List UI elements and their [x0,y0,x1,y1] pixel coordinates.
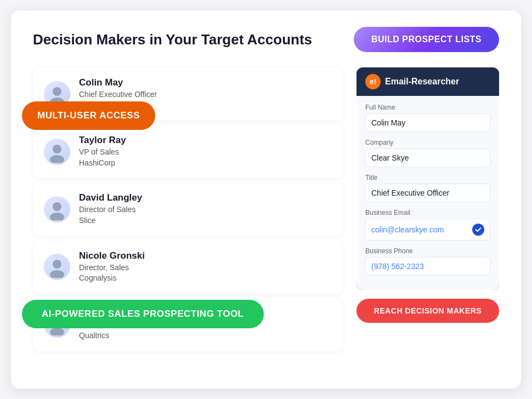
header-row: Decision Makers in Your Target Accounts … [33,27,499,52]
build-prospect-button[interactable]: BUILD PROSPECT LISTS [354,27,499,52]
svg-point-7 [50,270,64,278]
left-panel: MULTI-USER ACCESS Colin May Chief Execut… [33,67,343,356]
svg-point-0 [53,87,61,96]
person-title: VP of SalesHashiCorp [79,147,332,168]
multi-user-badge[interactable]: MULTI-USER ACCESS [22,101,155,130]
svg-point-6 [53,260,61,269]
main-container: Decision Makers in Your Target Accounts … [11,10,521,389]
company-input[interactable]: Clear Skye [365,149,490,167]
svg-point-4 [53,202,61,211]
reach-decision-makers-button[interactable]: REACH DECISION MAKERS [356,299,499,323]
person-name: Nicole Gronski [79,250,332,261]
full-name-label: Full Name [365,104,490,111]
business-email-field-group: Business Email colin@clearskye.com [365,209,490,241]
table-row: Nicole Gronski Director, SalesCognalysis [33,241,343,294]
full-name-field-group: Full Name Colin May [365,104,490,132]
er-body: Full Name Colin May Company Clear Skye T… [356,96,499,290]
avatar [44,139,70,165]
svg-point-3 [50,155,64,163]
email-value: colin@clearskye.com [371,225,472,234]
business-email-label: Business Email [365,209,490,216]
er-icon-label: e! [370,77,376,86]
person-name: Colin May [79,77,332,88]
person-name: Taylor Ray [79,135,332,146]
svg-point-2 [53,145,61,153]
title-label: Title [365,174,490,181]
er-header: e! Email-Researcher [356,67,499,96]
business-phone-input[interactable]: (978) 562-2323 [365,257,490,276]
er-icon: e! [365,74,381,89]
company-field-group: Company Clear Skye [365,139,490,167]
svg-point-9 [50,328,64,335]
person-title: Director, SalesCognalysis [79,263,332,284]
ai-powered-badge[interactable]: AI-POWERED SALES PROSPECTING TOOL [22,300,264,328]
table-row: Taylor Ray VP of SalesHashiCorp [33,125,343,178]
title-field-group: Title Chief Executive Officer [365,174,490,202]
person-info: Taylor Ray VP of SalesHashiCorp [79,135,332,168]
person-info: David Langley Director of SalesSlice [79,192,332,226]
business-phone-label: Business Phone [365,247,490,255]
email-researcher-card: e! Email-Researcher Full Name Colin May … [356,67,499,290]
table-row: David Langley Director of SalesSlice [33,183,343,236]
verified-icon [472,224,484,236]
right-panel: e! Email-Researcher Full Name Colin May … [356,67,499,356]
avatar [44,254,70,280]
content-row: MULTI-USER ACCESS Colin May Chief Execut… [33,67,499,356]
business-email-input[interactable]: colin@clearskye.com [365,219,490,241]
page-title: Decision Makers in Your Target Accounts [33,31,312,48]
person-info: Nicole Gronski Director, SalesCognalysis [79,250,332,284]
company-label: Company [365,139,490,146]
person-name: David Langley [79,192,332,203]
avatar [44,196,70,223]
business-phone-field-group: Business Phone (978) 562-2323 [365,247,490,276]
person-title: Director of SalesSlice [79,204,332,226]
full-name-input[interactable]: Colin May [365,113,490,132]
er-title: Email-Researcher [385,77,459,87]
title-input[interactable]: Chief Executive Officer [365,184,490,202]
svg-point-5 [50,213,64,220]
